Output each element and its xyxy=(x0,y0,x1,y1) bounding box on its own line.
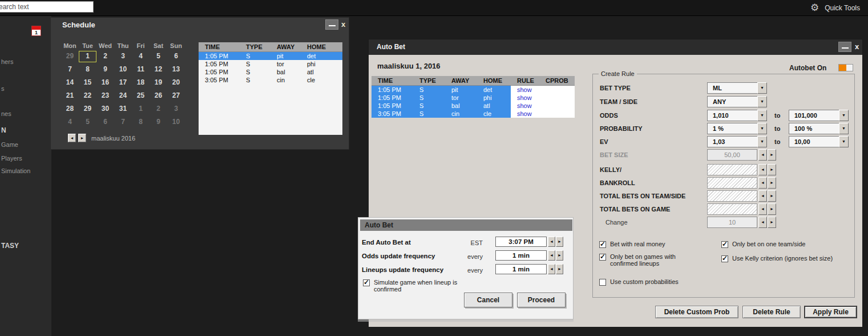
minimize-button[interactable] xyxy=(838,42,851,52)
table-row[interactable]: 3:05 PM S cin cle show xyxy=(372,110,575,118)
search-input[interactable] xyxy=(0,1,94,13)
table-row[interactable]: 3:05 PM S cin cle xyxy=(199,76,342,84)
checkbox-box[interactable]: ✓ xyxy=(599,241,606,248)
calendar-day[interactable]: 23 xyxy=(96,90,114,102)
calendar-day[interactable]: 9 xyxy=(96,64,114,75)
calendar-day[interactable]: 20 xyxy=(167,77,185,89)
spin-right-button[interactable]: ► xyxy=(768,164,776,175)
calendar-day[interactable]: 25 xyxy=(132,90,150,102)
end-time-input[interactable]: 3:07 PM xyxy=(495,237,547,247)
calendar-day[interactable]: 16 xyxy=(96,77,114,89)
calendar-day[interactable]: 3 xyxy=(167,103,185,115)
checkbox-box[interactable]: ✓ xyxy=(599,279,606,286)
spin-right-button[interactable]: ► xyxy=(768,190,776,202)
spin-right-button[interactable]: ► xyxy=(768,177,776,189)
calendar-day[interactable]: 29 xyxy=(79,103,96,115)
calendar-next-month-button[interactable]: ► xyxy=(78,134,86,142)
spin-right-button[interactable]: ► xyxy=(768,203,776,215)
table-row[interactable]: 1:05 PM S tor phi xyxy=(199,60,342,68)
close-icon[interactable]: x xyxy=(855,42,859,51)
checkbox-bet-real-money[interactable]: ✓ Bet with real money xyxy=(599,241,665,248)
ev-to-select[interactable]: 10,00 ▼ xyxy=(789,136,849,147)
calendar-day[interactable]: 18 xyxy=(132,77,150,89)
calendar-day[interactable]: 15 xyxy=(79,77,96,89)
spin-left-button[interactable]: ◄ xyxy=(758,203,767,215)
team-side-select[interactable]: ANY ▼ xyxy=(707,96,767,107)
calendar-day[interactable]: 26 xyxy=(150,90,167,102)
calendar-day[interactable]: 30 xyxy=(96,103,114,115)
calendar-day[interactable]: 2 xyxy=(150,103,167,115)
calendar-day[interactable]: 6 xyxy=(167,51,185,62)
table-row[interactable]: 1:05 PM S pit det show xyxy=(372,86,575,94)
table-row[interactable]: 1:05 PM S tor phi show xyxy=(372,94,575,102)
calendar-day[interactable]: 17 xyxy=(114,77,132,89)
sidebar-item-fragment[interactable]: Players xyxy=(1,155,22,162)
calendar-day[interactable]: 12 xyxy=(150,64,167,75)
bet-type-select[interactable]: ML ▼ xyxy=(707,82,767,94)
calendar-day[interactable]: 11 xyxy=(132,64,150,75)
checkbox-confirmed-lineups[interactable]: ✓ Only bet on games with confirmed lineu… xyxy=(599,253,699,267)
calendar-day[interactable]: 5 xyxy=(150,51,167,62)
bet-size-input[interactable]: 50,00 xyxy=(707,149,757,161)
calendar-day[interactable]: 5 xyxy=(79,117,96,128)
sidebar-item-fragment[interactable]: hers xyxy=(1,58,13,65)
show-rule-link[interactable]: show xyxy=(511,102,539,110)
spin-left-button[interactable]: ◄ xyxy=(548,250,555,261)
sidebar-item-fragment[interactable]: Game xyxy=(1,141,18,148)
chevron-down-icon[interactable]: ▼ xyxy=(839,136,849,147)
spin-right-button[interactable]: ► xyxy=(556,237,563,247)
calendar-day[interactable]: 13 xyxy=(167,64,185,75)
close-icon[interactable]: x xyxy=(341,20,345,29)
checkbox-simulate-on-lineup[interactable]: ✓ Simulate game when lineup is confirmed xyxy=(363,279,466,293)
calendar-day[interactable]: 10 xyxy=(167,117,185,128)
calendar-day[interactable]: 28 xyxy=(61,103,79,115)
calendar-day[interactable]: 9 xyxy=(150,117,167,128)
sidebar-item-fragment[interactable]: Simulation xyxy=(1,167,30,174)
minimize-button[interactable] xyxy=(325,19,338,30)
probability-from-select[interactable]: 1 % ▼ xyxy=(707,123,767,134)
lineups-frequency-input[interactable]: 1 min xyxy=(495,264,547,274)
odds-from-select[interactable]: 1,010 ▼ xyxy=(707,110,767,121)
proceed-button[interactable]: Proceed xyxy=(517,293,566,307)
calendar-day-selected[interactable]: 1 xyxy=(79,51,96,62)
calendar-prev-month-button[interactable]: ◄ xyxy=(68,134,76,142)
calendar-day[interactable]: 4 xyxy=(61,117,79,128)
calendar-day[interactable]: 2 xyxy=(96,51,114,62)
spin-left-button[interactable]: ◄ xyxy=(758,190,767,202)
calendar-day[interactable]: 19 xyxy=(150,77,167,89)
calendar-day[interactable]: 1 xyxy=(132,103,150,115)
spin-left-button[interactable]: ◄ xyxy=(758,177,767,189)
calendar-day[interactable]: 8 xyxy=(132,117,150,128)
spin-right-button[interactable]: ► xyxy=(768,217,776,228)
checkbox-box[interactable]: ✓ xyxy=(363,279,370,286)
delete-custom-prob-button[interactable]: Delete Custom Prob xyxy=(655,306,738,318)
checkbox-box[interactable]: ✓ xyxy=(721,255,728,262)
calendar-day[interactable]: 24 xyxy=(114,90,132,102)
probability-to-select[interactable]: 100 % ▼ xyxy=(789,123,849,134)
odds-frequency-input[interactable]: 1 min xyxy=(495,250,547,261)
checkbox-box[interactable]: ✓ xyxy=(721,241,728,248)
show-rule-link[interactable]: show xyxy=(511,110,539,118)
spin-right-button[interactable]: ► xyxy=(556,250,563,261)
ev-from-select[interactable]: 1,03 ▼ xyxy=(707,136,767,147)
calendar-day[interactable]: 22 xyxy=(79,90,96,102)
sidebar-item-fragment[interactable]: s xyxy=(1,85,5,92)
calendar-icon[interactable]: 1 xyxy=(31,26,41,36)
apply-rule-button[interactable]: Apply Rule xyxy=(804,306,857,318)
spin-right-button[interactable]: ► xyxy=(768,149,776,161)
calendar-day[interactable]: 14 xyxy=(61,77,79,89)
spin-left-button[interactable]: ◄ xyxy=(758,217,767,228)
calendar-day[interactable]: 8 xyxy=(79,64,96,75)
chevron-down-icon[interactable]: ▼ xyxy=(757,136,767,147)
spin-left-button[interactable]: ◄ xyxy=(758,149,767,161)
chevron-down-icon[interactable]: ▼ xyxy=(839,123,849,134)
table-row[interactable]: 1:05 PM S bal atl xyxy=(199,68,342,76)
spin-left-button[interactable]: ◄ xyxy=(548,237,555,247)
calendar-day[interactable]: 29 xyxy=(61,51,79,62)
chevron-down-icon[interactable]: ▼ xyxy=(757,82,767,94)
calendar-day[interactable]: 21 xyxy=(61,90,79,102)
chevron-down-icon[interactable]: ▼ xyxy=(757,96,767,107)
calendar-day[interactable]: 7 xyxy=(61,64,79,75)
calendar-day[interactable]: 4 xyxy=(132,51,150,62)
delete-rule-button[interactable]: Delete Rule xyxy=(742,306,801,318)
